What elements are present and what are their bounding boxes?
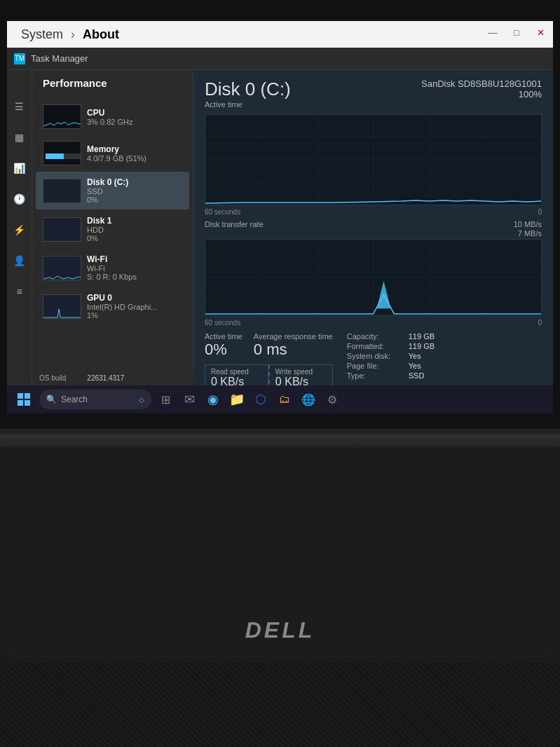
disk1-name: Disk 1 (87, 216, 182, 226)
device-item-disk1[interactable]: Disk 1 HDD 0% (36, 210, 189, 248)
sidebar-icon-performance[interactable]: 📊 (11, 160, 28, 177)
start-button[interactable] (13, 388, 35, 411)
performance-header: Performance ⊞ Run new task ••• (32, 70, 193, 95)
disk1-info: Disk 1 HDD 0% (87, 216, 182, 242)
device-item-memory[interactable]: Memory 4.0/7.9 GB (51%) (36, 135, 189, 171)
memory-thumb (43, 141, 81, 165)
formatted-row: Formatted: 119 GB (347, 342, 435, 350)
disk1-type: HDD (87, 226, 182, 234)
sidebar-icon-users[interactable]: 👤 (11, 252, 28, 269)
disk0-name: Disk 0 (C:) (87, 177, 182, 187)
svg-rect-19 (18, 393, 23, 399)
breadcrumb-about: About (83, 27, 119, 41)
memory-bar (46, 153, 81, 159)
search-cortana-icon: ◇ (139, 396, 144, 404)
memory-info: Memory 4.0/7.9 GB (51%) (87, 144, 182, 163)
screen-area: System › About — □ ✕ TM Task Manager ☰ ▦ (7, 21, 553, 413)
performance-title: Performance (43, 77, 107, 89)
task-manager-icon: TM (14, 53, 25, 64)
svg-rect-22 (25, 400, 30, 406)
taskbar-folder[interactable]: 📁 (227, 390, 247, 409)
sidebar-icon-hamburger[interactable]: ☰ (11, 98, 28, 115)
cpu-sparkline (43, 104, 81, 129)
breadcrumb-separator: › (71, 27, 75, 41)
cpu-usage: 3% 0.82 GHz (87, 118, 182, 126)
chart2-time-labels: 60 seconds 0 (205, 319, 542, 327)
device-item-cpu[interactable]: CPU 3% 0.82 GHz (36, 99, 189, 135)
window-controls: — □ ✕ (487, 27, 546, 38)
capacity-row: Capacity: 119 GB (347, 332, 435, 341)
response-time-stat: Average response time 0 ms (254, 332, 333, 359)
disk-detail-panel: Disk 0 (C:) Active time SanDisk SD8SB8U1… (193, 70, 553, 413)
disk-title: Disk 0 (C:) Active time (205, 78, 291, 111)
system-about-bar: System › About — □ ✕ (7, 21, 553, 48)
gpu-usage: 1% (87, 311, 182, 320)
taskbar-taskview[interactable]: ⊞ (156, 390, 175, 409)
task-manager-body: ☰ ▦ 📊 🕐 ⚡ 👤 ≡ ⚙ Performance ⊞ (7, 70, 553, 413)
maximize-button[interactable]: □ (511, 27, 522, 38)
active-time-stat: Active time 0% (205, 332, 243, 359)
search-box[interactable]: 🔍 Search ◇ (39, 390, 151, 409)
keyboard-area: DELL (7, 447, 554, 657)
type-row: Type: SSD (347, 371, 435, 380)
wifi-type: Wi-Fi (87, 264, 182, 273)
wifi-thumb (43, 256, 81, 280)
device-list: CPU 3% 0.82 GHz (32, 95, 193, 413)
task-manager-title: Task Manager (31, 53, 88, 64)
page-file-row: Page file: Yes (347, 362, 435, 370)
task-manager-header: TM Task Manager (7, 48, 553, 70)
svg-rect-21 (18, 400, 23, 406)
task-manager-window: TM Task Manager ☰ ▦ 📊 🕐 ⚡ 👤 ≡ ⚙ (7, 48, 553, 413)
disk0-thumb (43, 179, 81, 203)
taskbar-settings[interactable]: ⚙ (322, 390, 342, 409)
device-item-gpu[interactable]: GPU 0 Intel(R) HD Graphi... 1% (36, 287, 189, 325)
disk-transfer-label: Disk transfer rate 10 MB/s 7 MB/s (205, 220, 542, 238)
transfer-rate-chart (205, 239, 542, 316)
breadcrumb-system: System (21, 27, 63, 41)
gpu-thumb (43, 294, 81, 319)
gpu-name: GPU 0 (87, 293, 182, 303)
taskbar: 🔍 Search ◇ ⊞ ✉ ◉ 📁 ⬡ 🗂 🌐 ⚙ (7, 385, 553, 413)
sidebar-icon-apphistory[interactable]: 🕐 (11, 191, 28, 207)
breadcrumb: System › About (21, 27, 119, 42)
performance-panel: Performance ⊞ Run new task ••• (32, 70, 193, 413)
taskbar-internet[interactable]: 🌐 (299, 390, 318, 409)
os-build-bar: OS build 22631.4317 (32, 370, 193, 385)
memory-bar-fill (46, 153, 64, 159)
taskbar-files[interactable]: 🗂 (275, 390, 294, 409)
disk0-usage: 0% (87, 196, 182, 204)
device-item-wifi[interactable]: Wi-Fi Wi-Fi S: 0 R: 0 Kbps (36, 249, 189, 287)
system-disk-row: System disk: Yes (347, 352, 435, 360)
laptop-bottom: DELL (0, 434, 560, 747)
disk-info-right: Capacity: 119 GB Formatted: 119 GB Syste… (347, 332, 435, 381)
sidebar-icons: ☰ ▦ 📊 🕐 ⚡ 👤 ≡ ⚙ (7, 70, 32, 413)
cpu-info: CPU 3% 0.82 GHz (87, 108, 182, 126)
device-item-disk0[interactable]: Disk 0 (C:) SSD 0% (36, 172, 189, 210)
gpu-type: Intel(R) HD Graphi... (87, 303, 182, 311)
search-placeholder: Search (61, 395, 88, 404)
chart1-time-labels: 60 seconds 0 (205, 208, 542, 216)
search-icon: 🔍 (46, 395, 57, 404)
memory-usage: 4.0/7.9 GB (51%) (87, 154, 182, 163)
stats-row: Active time 0% Average response time 0 m… (205, 332, 333, 359)
dell-logo: DELL (245, 617, 315, 643)
taskbar-browser[interactable]: ◉ (203, 390, 223, 409)
disk1-thumb (43, 217, 81, 242)
disk1-usage: 0% (87, 234, 182, 242)
wifi-info: Wi-Fi Wi-Fi S: 0 R: 0 Kbps (87, 254, 182, 281)
wifi-usage: S: 0 R: 0 Kbps (87, 273, 182, 281)
sidebar-icon-startup[interactable]: ⚡ (11, 221, 28, 238)
wifi-name: Wi-Fi (87, 254, 182, 264)
close-button[interactable]: ✕ (535, 27, 546, 38)
svg-rect-20 (25, 393, 30, 399)
taskbar-mail[interactable]: ✉ (179, 390, 199, 409)
taskbar-edge[interactable]: ⬡ (251, 390, 271, 409)
minimize-button[interactable]: — (487, 27, 498, 38)
sidebar-icon-details[interactable]: ≡ (11, 283, 28, 300)
svg-marker-18 (376, 281, 390, 308)
sidebar-icon-processes[interactable]: ▦ (11, 129, 28, 146)
cpu-name: CPU (87, 108, 182, 118)
disk-model-block: SanDisk SD8SB8U128G1001 100% (421, 78, 542, 111)
disk-detail-header: Disk 0 (C:) Active time SanDisk SD8SB8U1… (205, 78, 542, 111)
laptop-bezel: System › About — □ ✕ TM Task Manager ☰ ▦ (0, 0, 560, 434)
